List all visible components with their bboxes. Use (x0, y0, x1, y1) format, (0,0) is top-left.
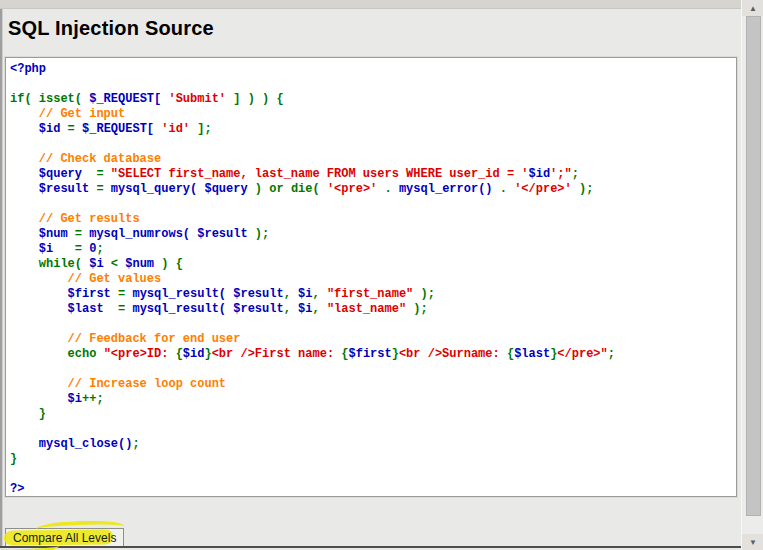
scroll-down-icon: ▼ (749, 538, 757, 547)
window-left-border (0, 9, 3, 548)
code-line: $i = 0; (10, 242, 736, 257)
code-line: // Get values (10, 272, 736, 287)
code-line: while( $i < $num ) { (10, 257, 736, 272)
code-line: mysql_close(); (10, 437, 736, 452)
compare-all-levels-button[interactable]: Compare All Levels (5, 528, 124, 547)
code-line: $query = "SELECT first_name, last_name F… (10, 167, 736, 182)
code-line (10, 422, 736, 437)
code-line: $num = mysql_numrows( $result ); (10, 227, 736, 242)
code-line (10, 317, 736, 332)
code-line: // Feedback for end user (10, 332, 736, 347)
window-top-strip (0, 0, 763, 9)
code-line: // Get input (10, 107, 736, 122)
code-line (10, 77, 736, 92)
code-line: if( isset( $_REQUEST[ 'Submit' ] ) ) { (10, 92, 736, 107)
window-bottom-border (0, 546, 741, 548)
code-line (10, 137, 736, 152)
php-source-code: <?php if( isset( $_REQUEST[ 'Submit' ] )… (10, 62, 736, 497)
code-line: $id = $_REQUEST[ 'id' ]; (10, 122, 736, 137)
scrollbar-thumb[interactable] (746, 16, 761, 516)
scroll-up-button[interactable]: ▲ (742, 0, 763, 16)
compare-all-levels-label: Compare All Levels (13, 531, 116, 545)
code-line: // Get results (10, 212, 736, 227)
code-line: $first = mysql_result( $result, $i, "fir… (10, 287, 736, 302)
scroll-up-icon: ▲ (749, 4, 757, 13)
code-line: $i++; (10, 392, 736, 407)
code-line: ?> (10, 482, 736, 497)
source-code-panel: <?php if( isset( $_REQUEST[ 'Submit' ] )… (5, 57, 737, 497)
code-line: // Check database (10, 152, 736, 167)
page-title: SQL Injection Source (8, 17, 214, 40)
code-line: $result = mysql_query( $query ) or die( … (10, 182, 736, 197)
code-line: $last = mysql_result( $result, $i, "last… (10, 302, 736, 317)
code-line: // Increase loop count (10, 377, 736, 392)
code-line (10, 362, 736, 377)
code-line: <?php (10, 62, 736, 77)
code-line: } (10, 407, 736, 422)
code-line (10, 467, 736, 482)
code-line (10, 197, 736, 212)
code-line: } (10, 452, 736, 467)
code-line: echo "<pre>ID: {$id}<br />First name: {$… (10, 347, 736, 362)
vertical-scrollbar[interactable]: ▲ ▼ (741, 0, 763, 550)
scroll-down-button[interactable]: ▼ (742, 534, 763, 550)
